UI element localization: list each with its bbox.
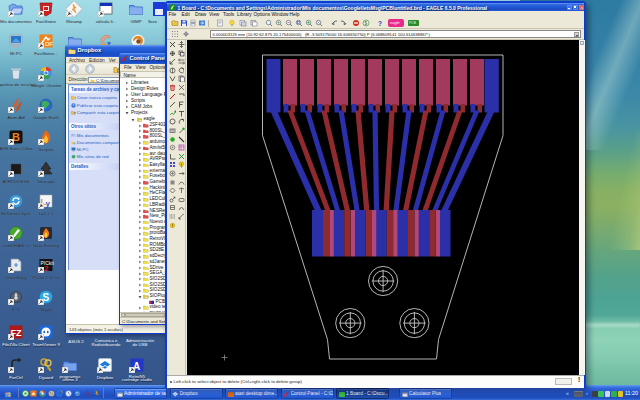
svg-text:2: 2	[44, 264, 49, 273]
svg-text:?: ?	[378, 20, 382, 27]
svg-text:y: y	[46, 199, 51, 208]
svg-text:DF: DF	[45, 41, 53, 47]
